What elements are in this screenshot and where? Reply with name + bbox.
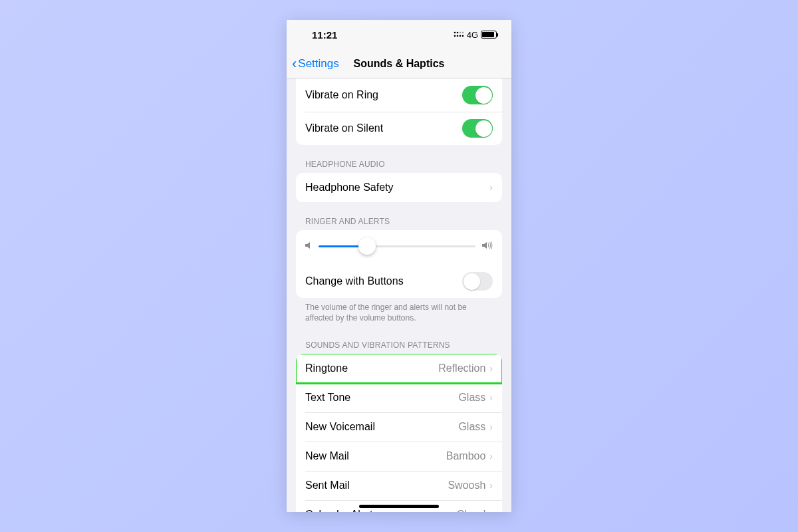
row-value: Reflection <box>438 362 485 374</box>
sound-row-ringtone[interactable]: RingtoneReflection› <box>296 354 502 383</box>
sound-row-new-voicemail[interactable]: New VoicemailGlass› <box>296 412 502 442</box>
change-buttons-toggle[interactable] <box>462 272 493 291</box>
sounds-patterns-header: SOUNDS AND VIBRATION PATTERNS <box>287 326 511 354</box>
volume-slider-row <box>296 230 502 265</box>
ringer-group: Change with Buttons <box>296 230 502 298</box>
row-value: Chord <box>457 509 486 512</box>
volume-low-icon <box>305 241 312 251</box>
chevron-right-icon: › <box>489 422 493 432</box>
sound-row-text-tone[interactable]: Text ToneGlass› <box>296 383 502 412</box>
back-button[interactable]: ‹ Settings <box>292 57 339 71</box>
svg-point-0 <box>454 32 456 34</box>
volume-high-icon <box>482 241 493 251</box>
phone-frame: 11:21 4G ‹ Settings Sounds & Haptics Vib… <box>287 20 511 512</box>
battery-icon <box>481 31 497 39</box>
row-label: Vibrate on Silent <box>305 122 462 134</box>
headphone-group: Headphone Safety › <box>296 173 502 202</box>
chevron-left-icon: ‹ <box>292 57 297 71</box>
sounds-group: RingtoneReflection›Text ToneGlass›New Vo… <box>296 354 502 512</box>
page-title: Sounds & Haptics <box>354 58 445 70</box>
row-label: Calendar Alerts <box>305 509 457 512</box>
status-time: 11:21 <box>312 29 337 41</box>
status-right: 4G <box>454 30 497 40</box>
home-indicator[interactable] <box>359 505 439 508</box>
chevron-right-icon: › <box>489 392 493 403</box>
svg-point-1 <box>456 32 458 34</box>
chevron-right-icon: › <box>489 451 493 462</box>
ringer-footer: The volume of the ringer and alerts will… <box>287 298 511 326</box>
sound-row-new-mail[interactable]: New MailBamboo› <box>296 442 502 471</box>
sound-row-sent-mail[interactable]: Sent MailSwoosh› <box>296 471 502 500</box>
svg-point-7 <box>462 35 464 37</box>
ringer-alerts-header: RINGER AND ALERTS <box>287 202 511 230</box>
svg-point-4 <box>454 35 456 37</box>
change-with-buttons-row[interactable]: Change with Buttons <box>296 265 502 298</box>
signal-icon <box>454 31 464 38</box>
network-label: 4G <box>467 30 478 40</box>
volume-slider[interactable] <box>319 237 475 255</box>
svg-point-2 <box>459 32 461 34</box>
chevron-right-icon: › <box>489 363 493 374</box>
vibrate-group: Vibrate on Ring Vibrate on Silent <box>296 78 502 145</box>
slider-thumb[interactable] <box>358 237 376 255</box>
chevron-right-icon: › <box>489 182 493 193</box>
status-bar: 11:21 4G <box>287 20 511 49</box>
svg-point-6 <box>459 35 461 37</box>
vibrate-silent-toggle[interactable] <box>462 119 493 138</box>
row-value: Glass <box>458 421 485 433</box>
row-value: Glass <box>458 392 485 404</box>
chevron-right-icon: › <box>489 509 493 512</box>
svg-point-3 <box>462 32 464 34</box>
row-label: Sent Mail <box>305 479 448 491</box>
vibrate-on-silent-row[interactable]: Vibrate on Silent <box>296 112 502 145</box>
headphone-audio-header: HEADPHONE AUDIO <box>287 145 511 173</box>
row-label: Vibrate on Ring <box>305 89 462 101</box>
back-label: Settings <box>298 57 338 70</box>
chevron-right-icon: › <box>489 480 493 491</box>
row-label: Headphone Safety <box>305 182 489 194</box>
content-scroll[interactable]: Vibrate on Ring Vibrate on Silent HEADPH… <box>287 78 511 512</box>
row-value: Swoosh <box>448 479 485 491</box>
vibrate-ring-toggle[interactable] <box>462 86 493 104</box>
row-label: New Mail <box>305 450 446 462</box>
row-label: Change with Buttons <box>305 275 462 287</box>
row-label: New Voicemail <box>305 421 458 433</box>
row-label: Text Tone <box>305 392 458 404</box>
nav-bar: ‹ Settings Sounds & Haptics <box>287 49 511 78</box>
headphone-safety-row[interactable]: Headphone Safety › <box>296 173 502 202</box>
vibrate-on-ring-row[interactable]: Vibrate on Ring <box>296 78 502 112</box>
row-label: Ringtone <box>305 362 438 374</box>
row-value: Bamboo <box>446 450 486 462</box>
svg-point-5 <box>456 35 458 37</box>
